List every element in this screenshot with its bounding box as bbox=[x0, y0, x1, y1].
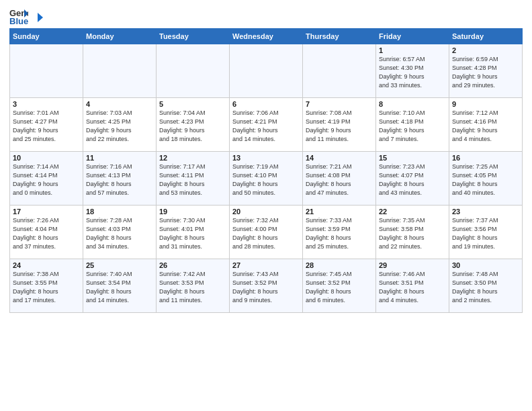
calendar-cell: 29Sunrise: 7:46 AMSunset: 3:51 PMDayligh… bbox=[376, 259, 449, 313]
calendar-cell: 2Sunrise: 6:59 AMSunset: 4:28 PMDaylight… bbox=[449, 44, 523, 98]
day-number: 23 bbox=[452, 208, 519, 216]
calendar-week-row: 1Sunrise: 6:57 AMSunset: 4:30 PMDaylight… bbox=[10, 44, 523, 98]
calendar-cell: 26Sunrise: 7:42 AMSunset: 3:53 PMDayligh… bbox=[157, 259, 230, 313]
day-info: Sunrise: 7:06 AMSunset: 4:21 PMDaylight:… bbox=[232, 109, 300, 144]
calendar-cell: 30Sunrise: 7:48 AMSunset: 3:50 PMDayligh… bbox=[449, 259, 523, 313]
day-info: Sunrise: 7:04 AMSunset: 4:23 PMDaylight:… bbox=[159, 109, 226, 144]
calendar-cell: 11Sunrise: 7:16 AMSunset: 4:13 PMDayligh… bbox=[83, 152, 157, 205]
day-info: Sunrise: 7:30 AMSunset: 4:01 PMDaylight:… bbox=[159, 216, 226, 251]
calendar-cell bbox=[83, 44, 157, 98]
day-number: 12 bbox=[159, 154, 226, 162]
calendar-cell: 3Sunrise: 7:01 AMSunset: 4:27 PMDaylight… bbox=[10, 98, 83, 152]
calendar-cell: 20Sunrise: 7:32 AMSunset: 4:00 PMDayligh… bbox=[230, 205, 303, 259]
day-info: Sunrise: 7:19 AMSunset: 4:10 PMDaylight:… bbox=[232, 163, 300, 197]
day-info: Sunrise: 7:12 AMSunset: 4:16 PMDaylight:… bbox=[452, 109, 519, 144]
calendar-cell bbox=[230, 44, 303, 98]
calendar-cell: 24Sunrise: 7:38 AMSunset: 3:55 PMDayligh… bbox=[10, 259, 83, 313]
day-number: 4 bbox=[86, 100, 153, 108]
calendar-cell bbox=[303, 44, 376, 98]
calendar-cell: 27Sunrise: 7:43 AMSunset: 3:52 PMDayligh… bbox=[230, 259, 303, 313]
calendar-cell: 21Sunrise: 7:33 AMSunset: 3:59 PMDayligh… bbox=[303, 205, 376, 259]
calendar-week-row: 24Sunrise: 7:38 AMSunset: 3:55 PMDayligh… bbox=[10, 259, 523, 313]
day-info: Sunrise: 7:43 AMSunset: 3:52 PMDaylight:… bbox=[232, 270, 300, 305]
day-info: Sunrise: 7:42 AMSunset: 3:53 PMDaylight:… bbox=[159, 270, 226, 305]
day-info: Sunrise: 7:33 AMSunset: 3:59 PMDaylight:… bbox=[306, 216, 373, 251]
day-info: Sunrise: 7:21 AMSunset: 4:08 PMDaylight:… bbox=[306, 163, 373, 197]
calendar-cell: 1Sunrise: 6:57 AMSunset: 4:30 PMDaylight… bbox=[376, 44, 449, 98]
day-info: Sunrise: 7:01 AMSunset: 4:27 PMDaylight:… bbox=[13, 109, 80, 144]
calendar-cell: 4Sunrise: 7:03 AMSunset: 4:25 PMDaylight… bbox=[83, 98, 157, 152]
day-info: Sunrise: 7:37 AMSunset: 3:56 PMDaylight:… bbox=[452, 216, 519, 251]
day-info: Sunrise: 7:46 AMSunset: 3:51 PMDaylight:… bbox=[379, 270, 446, 305]
header-day-saturday: Saturday bbox=[449, 29, 523, 44]
day-number: 2 bbox=[452, 46, 519, 54]
day-info: Sunrise: 7:28 AMSunset: 4:03 PMDaylight:… bbox=[86, 216, 153, 251]
calendar-week-row: 3Sunrise: 7:01 AMSunset: 4:27 PMDaylight… bbox=[10, 98, 523, 152]
calendar-cell bbox=[157, 44, 230, 98]
day-number: 10 bbox=[13, 154, 80, 162]
day-info: Sunrise: 7:16 AMSunset: 4:13 PMDaylight:… bbox=[86, 163, 153, 197]
day-number: 14 bbox=[306, 154, 373, 162]
day-number: 25 bbox=[86, 261, 153, 269]
day-number: 5 bbox=[159, 100, 226, 108]
svg-text:Blue: Blue bbox=[9, 16, 28, 26]
day-number: 6 bbox=[232, 100, 300, 108]
day-number: 9 bbox=[452, 100, 519, 108]
day-info: Sunrise: 7:45 AMSunset: 3:52 PMDaylight:… bbox=[306, 270, 373, 305]
day-number: 19 bbox=[159, 208, 226, 216]
calendar-cell: 18Sunrise: 7:28 AMSunset: 4:03 PMDayligh… bbox=[83, 205, 157, 259]
header-day-tuesday: Tuesday bbox=[157, 29, 230, 44]
calendar-header-row: SundayMondayTuesdayWednesdayThursdayFrid… bbox=[10, 29, 523, 44]
day-number: 20 bbox=[232, 208, 300, 216]
calendar-cell: 19Sunrise: 7:30 AMSunset: 4:01 PMDayligh… bbox=[157, 205, 230, 259]
calendar-cell: 14Sunrise: 7:21 AMSunset: 4:08 PMDayligh… bbox=[303, 152, 376, 205]
calendar-cell: 23Sunrise: 7:37 AMSunset: 3:56 PMDayligh… bbox=[449, 205, 523, 259]
header-day-sunday: Sunday bbox=[10, 29, 83, 44]
calendar-cell: 9Sunrise: 7:12 AMSunset: 4:16 PMDaylight… bbox=[449, 98, 523, 152]
day-info: Sunrise: 7:32 AMSunset: 4:00 PMDaylight:… bbox=[232, 216, 300, 251]
day-number: 21 bbox=[306, 208, 373, 216]
calendar-cell bbox=[10, 44, 83, 98]
calendar-cell: 25Sunrise: 7:40 AMSunset: 3:54 PMDayligh… bbox=[83, 259, 157, 313]
day-number: 7 bbox=[306, 100, 373, 108]
header-day-friday: Friday bbox=[376, 29, 449, 44]
day-number: 29 bbox=[379, 261, 446, 269]
calendar-cell: 8Sunrise: 7:10 AMSunset: 4:18 PMDaylight… bbox=[376, 98, 449, 152]
day-info: Sunrise: 7:25 AMSunset: 4:05 PMDaylight:… bbox=[452, 163, 519, 197]
day-number: 11 bbox=[86, 154, 153, 162]
day-info: Sunrise: 7:35 AMSunset: 3:58 PMDaylight:… bbox=[379, 216, 446, 251]
calendar-cell: 13Sunrise: 7:19 AMSunset: 4:10 PMDayligh… bbox=[230, 152, 303, 205]
logo-arrow-icon bbox=[32, 11, 44, 24]
logo-icon: General Blue bbox=[9, 7, 28, 26]
day-info: Sunrise: 7:26 AMSunset: 4:04 PMDaylight:… bbox=[13, 216, 80, 251]
day-number: 8 bbox=[379, 100, 446, 108]
svg-marker-3 bbox=[38, 13, 43, 22]
header-day-wednesday: Wednesday bbox=[230, 29, 303, 44]
day-number: 28 bbox=[306, 261, 373, 269]
calendar-cell: 10Sunrise: 7:14 AMSunset: 4:14 PMDayligh… bbox=[10, 152, 83, 205]
day-number: 15 bbox=[379, 154, 446, 162]
day-number: 24 bbox=[13, 261, 80, 269]
day-number: 16 bbox=[452, 154, 519, 162]
calendar-week-row: 17Sunrise: 7:26 AMSunset: 4:04 PMDayligh… bbox=[10, 205, 523, 259]
day-info: Sunrise: 6:57 AMSunset: 4:30 PMDaylight:… bbox=[379, 55, 446, 90]
day-number: 13 bbox=[232, 154, 300, 162]
calendar-cell: 28Sunrise: 7:45 AMSunset: 3:52 PMDayligh… bbox=[303, 259, 376, 313]
calendar-table: SundayMondayTuesdayWednesdayThursdayFrid… bbox=[9, 28, 523, 313]
calendar-cell: 17Sunrise: 7:26 AMSunset: 4:04 PMDayligh… bbox=[10, 205, 83, 259]
calendar-week-row: 10Sunrise: 7:14 AMSunset: 4:14 PMDayligh… bbox=[10, 152, 523, 205]
day-number: 26 bbox=[159, 261, 226, 269]
main-container: General Blue SundayMondayTuesdayWed bbox=[0, 0, 532, 411]
day-info: Sunrise: 7:08 AMSunset: 4:19 PMDaylight:… bbox=[306, 109, 373, 144]
logo: General Blue bbox=[9, 7, 44, 26]
calendar-cell: 7Sunrise: 7:08 AMSunset: 4:19 PMDaylight… bbox=[303, 98, 376, 152]
day-number: 30 bbox=[452, 261, 519, 269]
day-number: 1 bbox=[379, 46, 446, 54]
header-day-monday: Monday bbox=[83, 29, 157, 44]
day-info: Sunrise: 6:59 AMSunset: 4:28 PMDaylight:… bbox=[452, 55, 519, 90]
day-number: 22 bbox=[379, 208, 446, 216]
day-number: 27 bbox=[232, 261, 300, 269]
day-number: 3 bbox=[13, 100, 80, 108]
day-info: Sunrise: 7:10 AMSunset: 4:18 PMDaylight:… bbox=[379, 109, 446, 144]
header-day-thursday: Thursday bbox=[303, 29, 376, 44]
